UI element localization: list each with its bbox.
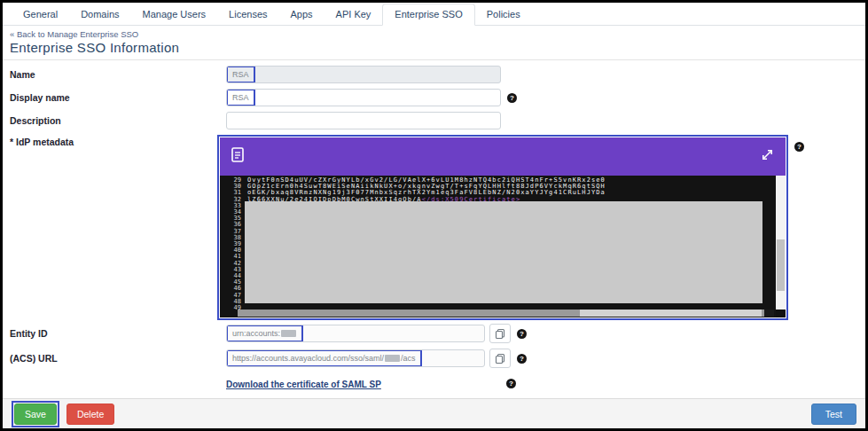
tab-api-key[interactable]: API Key: [325, 4, 383, 25]
tab-policies[interactable]: Policies: [475, 4, 532, 25]
redacted-text: [281, 330, 296, 337]
tab-manage-users[interactable]: Manage Users: [131, 4, 218, 25]
delete-button[interactable]: Delete: [66, 404, 114, 425]
acs-url-label: (ACS) URL: [10, 353, 226, 364]
entity-id-label: Entity ID: [10, 328, 226, 339]
acs-url-row: (ACS) URL https://accounts.avayacloud.co…: [10, 349, 856, 368]
title-divider: [3, 59, 865, 60]
annotation-box-entity-id: urn:accounts:: [226, 325, 303, 342]
line-number-gutter: 2930313233343536373839404142434445464748…: [220, 177, 241, 311]
tab-general[interactable]: General: [12, 4, 69, 25]
action-footer: Save Delete Test: [3, 398, 865, 428]
display-name-row: Display name RSA ?: [10, 89, 856, 106]
code-lines: OvytF0nSD4uUV/cZXrGyNYLb/xGv2/LG/VAelX+6…: [247, 177, 606, 203]
idp-metadata-row: * IdP metadata: [10, 135, 856, 320]
code-area[interactable]: 2930313233343536373839404142434445464748…: [220, 176, 786, 317]
scrollbar-corner: [776, 310, 786, 317]
name-value: RSA: [232, 70, 249, 79]
page-title: Enterprise SSO Information: [10, 40, 856, 56]
copy-button[interactable]: [489, 349, 511, 368]
entity-id-value: urn:accounts:: [232, 329, 280, 338]
entity-id-row: Entity ID urn:accounts: ?: [10, 324, 856, 343]
tab-enterprise-sso[interactable]: Enterprise SSO: [382, 4, 474, 26]
question-mark-icon[interactable]: ?: [507, 93, 517, 103]
redacted-text: [385, 355, 400, 362]
redaction-overlay: [245, 201, 762, 303]
certificate-link-row: Download the certificate of SAML SP ?: [10, 375, 856, 391]
display-name-field[interactable]: RSA: [226, 89, 501, 106]
name-label: Name: [10, 69, 226, 80]
tab-apps[interactable]: Apps: [279, 4, 325, 25]
question-mark-icon[interactable]: ?: [517, 354, 527, 364]
display-name-value: RSA: [232, 93, 249, 102]
description-field[interactable]: [226, 112, 501, 129]
app-window: General Domains Manage Users Licenses Ap…: [0, 0, 868, 431]
entity-id-field[interactable]: urn:accounts:: [226, 325, 485, 342]
display-name-label: Display name: [10, 92, 226, 103]
acs-url-field[interactable]: https://accounts.avayacloud.com/sso/saml…: [226, 349, 485, 367]
tab-bar: General Domains Manage Users Licenses Ap…: [3, 3, 865, 26]
scrollbar-end-block: [764, 310, 774, 317]
name-row: Name RSA: [10, 66, 856, 83]
vertical-scrollbar-thumb[interactable]: [777, 239, 785, 291]
description-row: Description: [10, 112, 856, 129]
vertical-scrollbar[interactable]: [776, 176, 786, 310]
question-mark-icon[interactable]: ?: [506, 379, 516, 388]
copy-button[interactable]: [489, 324, 511, 343]
horizontal-scrollbar[interactable]: [238, 310, 774, 317]
question-mark-icon[interactable]: ?: [794, 142, 804, 152]
back-link[interactable]: « Back to Manage Enterprise SSO: [10, 29, 856, 39]
download-certificate-link[interactable]: Download the certificate of SAML SP: [226, 380, 381, 389]
editor-header: [220, 137, 786, 176]
acs-url-suffix: /acs: [401, 354, 416, 363]
horizontal-scrollbar-thumb[interactable]: [580, 310, 762, 317]
page-content: « Back to Manage Enterprise SSO Enterpri…: [3, 26, 865, 421]
annotation-box-display-name: RSA: [226, 89, 255, 106]
tab-licenses[interactable]: Licenses: [217, 4, 278, 25]
annotation-box-idp-metadata: 2930313233343536373839404142434445464748…: [217, 135, 788, 320]
idp-metadata-editor[interactable]: 2930313233343536373839404142434445464748…: [220, 137, 786, 317]
document-icon: [231, 147, 244, 166]
idp-metadata-label: * IdP metadata: [10, 137, 226, 147]
description-label: Description: [10, 115, 226, 126]
acs-url-prefix: https://accounts.avayacloud.com/sso/saml…: [232, 354, 384, 363]
question-mark-icon[interactable]: ?: [517, 329, 527, 339]
annotation-box-name: RSA: [226, 66, 255, 83]
test-button[interactable]: Test: [811, 404, 856, 425]
annotation-box-acs-url: https://accounts.avayacloud.com/sso/saml…: [226, 349, 422, 367]
name-field[interactable]: RSA: [226, 66, 501, 83]
tab-domains[interactable]: Domains: [69, 4, 130, 25]
annotation-box-save: Save: [12, 401, 59, 427]
save-button[interactable]: Save: [14, 404, 57, 425]
expand-icon[interactable]: [761, 148, 774, 165]
